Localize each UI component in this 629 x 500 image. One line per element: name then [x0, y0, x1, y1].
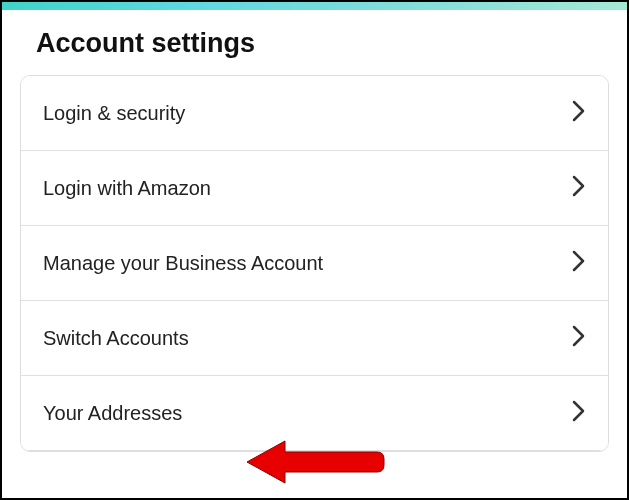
settings-item-business-account[interactable]: Manage your Business Account: [21, 226, 608, 301]
chevron-right-icon: [572, 250, 586, 276]
settings-item-label: Login with Amazon: [43, 177, 211, 200]
settings-list: Login & security Login with Amazon Manag…: [20, 75, 609, 452]
settings-item-label: Manage your Business Account: [43, 252, 323, 275]
settings-item-login-security[interactable]: Login & security: [21, 76, 608, 151]
chevron-right-icon: [572, 400, 586, 426]
settings-item-label: Your Addresses: [43, 402, 182, 425]
settings-item-label: Switch Accounts: [43, 327, 189, 350]
content-area: Account settings Login & security Login …: [2, 10, 627, 452]
top-gradient-bar: [2, 2, 627, 10]
settings-item-label: Login & security: [43, 102, 185, 125]
chevron-right-icon: [572, 100, 586, 126]
settings-item-switch-accounts[interactable]: Switch Accounts: [21, 301, 608, 376]
settings-item-login-amazon[interactable]: Login with Amazon: [21, 151, 608, 226]
chevron-right-icon: [572, 175, 586, 201]
chevron-right-icon: [572, 325, 586, 351]
settings-item-your-addresses[interactable]: Your Addresses: [21, 376, 608, 451]
page-title: Account settings: [20, 28, 609, 59]
